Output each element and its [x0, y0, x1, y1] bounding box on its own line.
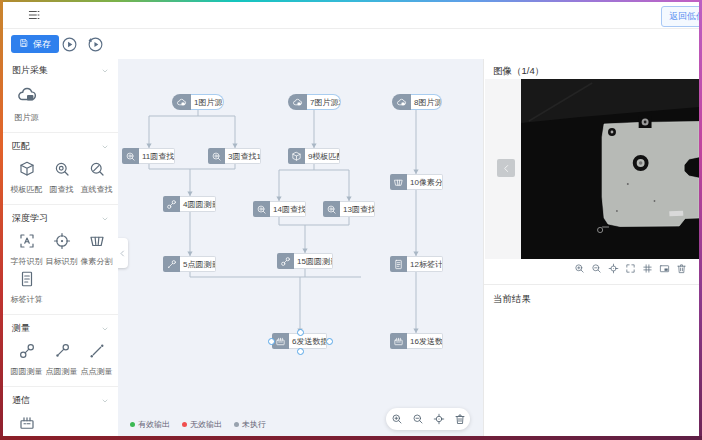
fullscreen-icon[interactable] — [625, 263, 636, 274]
sidebar-tool-ocr[interactable]: 字符识别 — [9, 232, 44, 267]
sidebar-section-header[interactable]: 匹配 — [3, 139, 118, 154]
sidebar-tool-cloud-image[interactable]: 图片源 — [9, 84, 44, 123]
sidebar-divider — [3, 132, 118, 133]
compare-icon[interactable] — [659, 263, 670, 274]
cloud-image-icon — [172, 94, 191, 110]
find-circle-icon — [208, 148, 225, 164]
find-line-icon — [88, 160, 106, 181]
sidebar-tool-label: 字符识别 — [11, 256, 43, 267]
menu-icon[interactable] — [27, 8, 41, 25]
selection-handle[interactable] — [297, 348, 304, 355]
frame-border-left — [0, 0, 3, 440]
sidebar-section-header[interactable]: 通信 — [3, 393, 118, 408]
inspection-photo — [521, 79, 699, 259]
selection-handle[interactable] — [297, 329, 304, 336]
sidebar-tool-match-cube[interactable]: 模板匹配 — [9, 160, 44, 195]
zoom-in-icon[interactable] — [391, 413, 403, 425]
status-legend: 有效输出无效输出未执行 — [130, 419, 266, 430]
flow-node-9[interactable]: 9模板匹配1 — [288, 148, 340, 164]
sidebar-tool-segment[interactable]: 像素分割 — [79, 232, 114, 267]
sidebar-tool-measure-pc[interactable]: 点圆测量 — [44, 342, 79, 377]
zoom-out-icon[interactable] — [412, 413, 424, 425]
sidebar-tool-find-line[interactable]: 直线查找 — [79, 160, 114, 195]
flow-node-3[interactable]: 3圆查找1 — [208, 148, 261, 164]
image-preview-block — [485, 79, 699, 259]
sidebar-tool-label: 点圆测量 — [46, 366, 78, 377]
flow-node-label: 16发送数据2 — [407, 333, 443, 349]
flow-node-10[interactable]: 10像素分割1 — [390, 174, 443, 190]
save-button[interactable]: 保存 — [11, 35, 59, 53]
legend-dot-icon — [182, 422, 187, 427]
zoom-in-icon[interactable] — [574, 263, 585, 274]
chevron-down-icon — [101, 325, 109, 333]
locate-icon[interactable] — [608, 263, 619, 274]
measure-cc-icon — [277, 253, 294, 269]
send-data-icon — [390, 333, 407, 349]
sidebar-tool-label-calc[interactable]: 标签计算 — [9, 270, 44, 305]
save-icon — [19, 38, 29, 50]
flow-node-4[interactable]: 4圆圆测量2 — [163, 196, 216, 212]
flow-node-7[interactable]: 7图片源2 — [288, 94, 341, 110]
measure-pc-icon — [163, 256, 180, 272]
grid-icon[interactable] — [642, 263, 653, 274]
frame-border-top — [0, 0, 702, 2]
run-loop-button[interactable] — [86, 35, 104, 53]
target-icon — [53, 232, 71, 253]
flow-node-11[interactable]: 11圆查找2 — [122, 148, 175, 164]
flow-node-14[interactable]: 14圆查找4 — [253, 201, 306, 217]
flow-node-15[interactable]: 15圆圆测量3 — [277, 253, 333, 269]
flow-node-label: 14圆查找4 — [270, 201, 306, 217]
previous-image-button[interactable] — [497, 159, 515, 177]
trash-icon[interactable] — [676, 263, 687, 274]
image-toolbar — [574, 263, 687, 274]
sidebar-section-header[interactable]: 图片采集 — [3, 63, 118, 78]
sidebar-tool-measure-pp[interactable]: 点点测量 — [79, 342, 114, 377]
flow-node-label: 13圆查找3 — [340, 201, 375, 217]
flow-node-5[interactable]: 5点圆测量1 — [163, 256, 216, 272]
selection-handle[interactable] — [326, 338, 333, 345]
ocr-icon — [18, 232, 36, 253]
flow-node-12[interactable]: 12标签计算1 — [390, 256, 443, 272]
sidebar-tool-label: 模板匹配 — [11, 184, 43, 195]
sidebar-section-title: 测量 — [12, 322, 30, 335]
sidebar-tool-send-data[interactable] — [9, 414, 44, 435]
find-circle-icon — [122, 148, 139, 164]
zoom-out-icon[interactable] — [591, 263, 602, 274]
flow-node-8[interactable]: 8图片源3 — [392, 94, 442, 110]
sidebar-divider — [3, 386, 118, 387]
back-to-lowcode-button[interactable]: 返回低代 — [661, 6, 699, 27]
canvas-zoom-controls — [386, 408, 470, 430]
flow-node-16[interactable]: 16发送数据2 — [390, 333, 443, 349]
sidebar-section-header[interactable]: 深度学习 — [3, 211, 118, 226]
run-once-button[interactable] — [60, 35, 78, 53]
sidebar-section-header[interactable]: 测量 — [3, 321, 118, 336]
flow-node-6[interactable]: 6发送数据1 — [272, 333, 327, 349]
chevron-down-icon — [101, 397, 109, 405]
flow-canvas[interactable]: 有效输出无效输出未执行 1图片源17图片源28图片源311圆查找23圆查找19模… — [118, 59, 483, 436]
image-nav-strip — [485, 79, 521, 259]
legend-item: 有效输出 — [130, 419, 170, 430]
preview-image[interactable] — [521, 79, 699, 259]
flow-node-13[interactable]: 13圆查找3 — [323, 201, 375, 217]
sidebar-divider — [3, 204, 118, 205]
legend-label: 未执行 — [242, 419, 266, 430]
sidebar-section-2: 深度学习字符识别目标识别像素分割标签计算 — [3, 207, 118, 312]
segment-icon — [88, 232, 106, 253]
sidebar-section-title: 深度学习 — [12, 212, 48, 225]
label-calc-icon — [390, 256, 407, 272]
flow-node-label: 7图片源2 — [307, 94, 341, 110]
selection-handle[interactable] — [268, 338, 275, 345]
flow-node-1[interactable]: 1图片源1 — [172, 94, 224, 110]
sidebar-tool-target[interactable]: 目标识别 — [44, 232, 79, 267]
trash-icon[interactable] — [454, 413, 466, 425]
legend-dot-icon — [130, 422, 135, 427]
result-panel: 图像（1/4） — [483, 59, 699, 436]
sidebar-tool-find-circle[interactable]: 圆查找 — [44, 160, 79, 195]
locate-icon[interactable] — [433, 413, 445, 425]
chevron-down-icon — [101, 67, 109, 75]
sidebar-tool-measure-cc[interactable]: 圆圆测量 — [9, 342, 44, 377]
measure-cc-icon — [18, 342, 36, 363]
segment-icon — [390, 174, 407, 190]
sidebar-tool-label: 直线查找 — [81, 184, 113, 195]
sidebar-collapse-handle[interactable] — [118, 238, 128, 268]
